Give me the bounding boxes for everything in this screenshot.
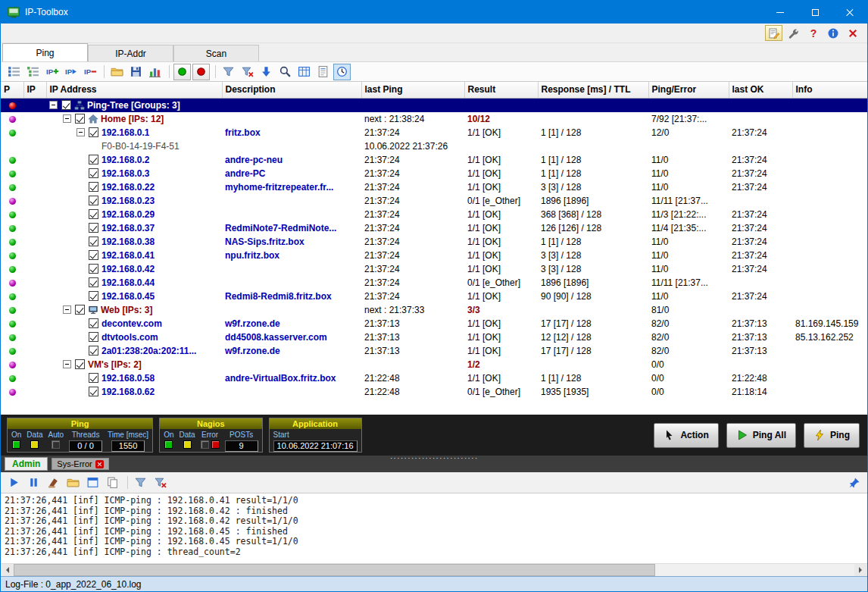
edit-config-icon[interactable]: [765, 25, 782, 41]
row-checkbox[interactable]: [89, 332, 98, 342]
tab-scan[interactable]: Scan: [173, 45, 259, 61]
row-checkbox[interactable]: [75, 305, 85, 315]
help-icon[interactable]: ?: [804, 25, 822, 41]
column-header-last-ping[interactable]: last Ping: [361, 82, 464, 98]
report-icon[interactable]: [314, 64, 332, 80]
close-button[interactable]: [832, 1, 867, 23]
tab-ip-addr[interactable]: IP-Addr: [88, 45, 173, 61]
filter-clear-icon[interactable]: [239, 64, 256, 80]
log-copy-icon[interactable]: [104, 475, 121, 491]
clock-icon[interactable]: [333, 64, 351, 80]
ip-row[interactable]: 192.168.0.3andre-PC21:37:241/1 [OK]1 [1]…: [1, 167, 867, 180]
column-header-ping-error[interactable]: Ping/Error: [648, 82, 729, 98]
title-bar[interactable]: IP-Toolbox: [1, 1, 867, 23]
tree-list-icon[interactable]: [24, 64, 42, 80]
row-checkbox[interactable]: [89, 264, 98, 274]
row-checkbox[interactable]: [89, 387, 98, 396]
row-checkbox[interactable]: [89, 168, 98, 178]
maximize-button[interactable]: [798, 1, 832, 23]
log-output[interactable]: 21:37:26,441 [inf] ICMP-ping : 192.168.0…: [1, 493, 867, 563]
column-header-ip-address[interactable]: IP Address: [46, 82, 222, 98]
row-checkbox[interactable]: [75, 114, 85, 124]
ip-row[interactable]: 192.168.0.38NAS-Sips.fritz.box21:37:241/…: [1, 235, 867, 249]
scroll-left-arrow[interactable]: [1, 564, 14, 576]
row-checkbox[interactable]: [89, 182, 98, 192]
ip-row[interactable]: 2a01:238:20a:202:11...w9f.rzone.de21:37:…: [1, 344, 867, 358]
row-checkbox[interactable]: [89, 127, 98, 137]
row-checkbox[interactable]: [89, 277, 98, 287]
mac-row[interactable]: F0-B0-14-19-F4-5110.06.2022 21:37:26: [1, 139, 867, 153]
ip-row[interactable]: 192.168.0.37RedmiNote7-RedmiNote...21:37…: [1, 221, 867, 235]
ip-row[interactable]: 192.168.0.6221:22:480/1 [e_Other]1935 [1…: [1, 385, 867, 399]
group-row[interactable]: Home [IPs: 12]next : 21:38:2410/127/92 […: [1, 112, 867, 126]
ping-button[interactable]: Ping: [804, 423, 860, 448]
ip-row[interactable]: 192.168.0.1fritz.box21:37:241/1 [OK]1 [1…: [1, 126, 867, 139]
tree-expander-icon[interactable]: [63, 114, 71, 123]
splitter-grip[interactable]: [390, 453, 479, 462]
ip-row[interactable]: 192.168.0.58andre-VirtualBox.fritz.box21…: [1, 371, 867, 385]
row-checkbox[interactable]: [89, 291, 98, 301]
ip-add-icon[interactable]: IP: [43, 64, 61, 80]
horizontal-scrollbar[interactable]: [1, 563, 867, 576]
log-play-icon[interactable]: [5, 475, 23, 491]
row-checkbox[interactable]: [89, 250, 98, 260]
filter-icon[interactable]: [220, 64, 237, 80]
ip-row[interactable]: 192.168.0.4221:37:241/1 [OK]3 [3] / 1281…: [1, 262, 867, 276]
row-checkbox[interactable]: [89, 196, 98, 205]
save-icon[interactable]: [127, 64, 145, 80]
open-file-icon[interactable]: [108, 64, 126, 80]
ip-row[interactable]: 192.168.0.22myhome-fritzrepeater.fr...21…: [1, 180, 867, 194]
info-icon[interactable]: [824, 25, 841, 41]
pin-icon[interactable]: [845, 475, 863, 491]
column-header-ip[interactable]: IP: [23, 82, 46, 98]
ip-row[interactable]: 192.168.0.41npu.fritz.box21:37:241/1 [OK…: [1, 249, 867, 262]
log-clear-icon[interactable]: [45, 475, 62, 491]
scroll-thumb[interactable]: [14, 564, 655, 576]
row-checkbox[interactable]: [89, 209, 98, 219]
record-start-icon[interactable]: [173, 64, 191, 80]
group-row[interactable]: VM's [IPs: 2]1/20/0: [1, 358, 867, 371]
ip-row[interactable]: 192.168.0.2321:37:240/1 [e_Other]1896 [1…: [1, 194, 867, 208]
log-folder-icon[interactable]: [64, 475, 82, 491]
action-button[interactable]: Action: [654, 423, 718, 448]
column-header-description[interactable]: Description: [222, 82, 361, 98]
log-pause-icon[interactable]: [25, 475, 42, 491]
column-header-p[interactable]: P: [1, 82, 23, 98]
ip-row[interactable]: 192.168.0.2921:37:241/1 [OK]368 [368] / …: [1, 208, 867, 221]
row-checkbox[interactable]: [89, 223, 98, 233]
grid-view-icon[interactable]: [295, 64, 313, 80]
ping-all-button[interactable]: Ping All: [726, 423, 796, 448]
row-checkbox[interactable]: [89, 236, 98, 246]
minimize-button[interactable]: [763, 1, 798, 23]
row-checkbox[interactable]: [89, 155, 98, 164]
row-checkbox[interactable]: [75, 359, 85, 369]
ip-row[interactable]: 192.168.0.45Redmi8-Redmi8.fritz.box21:37…: [1, 290, 867, 303]
ip-row[interactable]: 192.168.0.2andre-pc-neu21:37:241/1 [OK]1…: [1, 153, 867, 167]
download-icon[interactable]: [258, 64, 275, 80]
log-filter-icon[interactable]: [132, 475, 149, 491]
statistics-icon[interactable]: [146, 64, 164, 80]
ip-row[interactable]: decontev.comw9f.rzone.de21:37:131/1 [OK]…: [1, 317, 867, 330]
group-row[interactable]: Web [IPs: 3]next : 21:37:333/381/0: [1, 303, 867, 317]
column-header-last-ok[interactable]: last OK: [729, 82, 792, 98]
ip-row[interactable]: 192.168.0.4421:37:240/1 [e_Other]1896 [1…: [1, 276, 867, 290]
tools-icon[interactable]: [785, 25, 802, 41]
tree-expander-icon[interactable]: [63, 305, 71, 314]
row-checkbox[interactable]: [89, 346, 98, 356]
ip-insert-icon[interactable]: IP: [62, 64, 80, 80]
search-icon[interactable]: [276, 64, 294, 80]
row-checkbox[interactable]: [61, 100, 71, 110]
exit-icon[interactable]: [844, 25, 861, 41]
row-checkbox[interactable]: [89, 318, 98, 328]
record-stop-icon[interactable]: [192, 64, 210, 80]
ip-remove-icon[interactable]: IP: [81, 64, 98, 80]
tree-expander-icon[interactable]: [63, 360, 71, 368]
tree-expander-icon[interactable]: [49, 101, 58, 109]
ip-row[interactable]: dtvtools.comdd45008.kasserver.com21:37:1…: [1, 330, 867, 344]
list-view-icon[interactable]: [5, 64, 23, 80]
row-checkbox[interactable]: [89, 373, 98, 383]
log-window-icon[interactable]: [84, 475, 101, 491]
tree-expander-icon[interactable]: [76, 128, 85, 136]
scroll-right-arrow[interactable]: [854, 564, 867, 576]
column-header-response-ms-ttl[interactable]: Response [ms] / TTL: [538, 82, 648, 98]
